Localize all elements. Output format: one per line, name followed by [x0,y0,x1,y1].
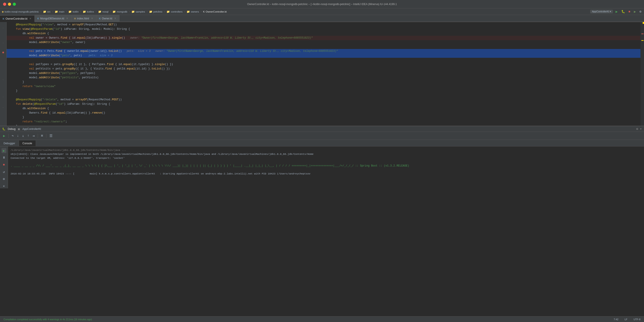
controllers-label: controllers [171,10,182,13]
debug-run-button[interactable]: 🐛 [620,9,626,14]
close-debug-side-btn[interactable]: ✕ [2,184,6,188]
tab-ownercontroller[interactable]: K OwnerController.kt ✕ [0,16,35,22]
run-config[interactable]: AppControllerKt ▾ [590,10,613,14]
kotlinx-folder-icon: 📁 [83,10,86,13]
close-tab3-icon[interactable]: ✕ [91,17,93,20]
code-line-10: val petTypes = pets.groupBy({ it }, { Pe… [6,62,640,66]
breadcrumb-sep-6: › [110,10,112,13]
step-over-button[interactable]: ↷ [11,133,15,139]
project-item-controllers[interactable]: 📁 controllers [166,10,182,13]
close-button[interactable] [3,3,6,6]
run-to-cursor-button[interactable]: ⇥ [32,133,36,139]
title-bar: OwnerController.kt – kotlin-nosql-mongod… [0,0,644,8]
code-line-3: db.withSession { [6,31,640,36]
rerun-debug-side-btn[interactable]: ↺ [2,170,6,174]
src-folder-icon: 📁 [43,10,46,13]
owners-label: owners [191,10,199,13]
run-button[interactable]: ▶ [615,9,619,14]
owners-folder-icon: 📁 [186,10,190,13]
traffic-lights [3,3,16,6]
line-ending-indicator[interactable]: LF [623,318,629,321]
project-item-kotlin[interactable]: 📁 kotlin [68,10,78,13]
tab-owner-kt[interactable]: K Owner.kt ✕ [96,15,120,22]
breadcrumb-sep-7: › [128,10,130,13]
stop-debug-side-btn[interactable]: ■ [2,162,6,167]
fold-icon-3[interactable]: – [1,78,6,82]
project-item-root[interactable]: ◆ kotlin-nosql-mongodb-petclinic [2,10,39,13]
code-editor[interactable]: @RequestMapping("/view", method = arrayO… [6,22,640,126]
code-line-16: } [6,89,640,93]
project-icon: ◆ [2,10,4,13]
code-line-13: model.addAttribute("petVisits", petVisit… [6,76,640,80]
code-line-21: Owners.find { id.equal(Id(idParam)) }.re… [6,111,640,115]
code-line-24: } [6,124,640,126]
breadcrumb-sep-9: › [164,10,166,13]
debug-settings-icon[interactable]: ⚙ ▾ [636,127,642,131]
code-line-17 [6,93,640,98]
breadcrumb-sep-4: › [80,10,82,13]
debug-config-name: AppControllerKt [22,128,41,130]
fullscreen-button[interactable] [13,3,16,6]
toolbar-sep-2 [38,134,38,138]
tab-label-index: index.html [77,17,89,20]
evaluate-expression-button[interactable]: ⌘ [40,133,44,139]
debugger-tab[interactable]: Debugger [0,140,19,146]
tab-index-html[interactable]: H index.html ✕ [72,15,96,22]
code-line-12: model.addAttribute("petTypes", petTypes) [6,71,640,76]
code-line-6 [6,44,640,49]
project-item-src[interactable]: 📁 src [43,10,50,13]
console-tab[interactable]: Console [19,140,36,146]
code-line-14: } [6,80,640,84]
status-message: Compilation completed successfully with … [2,318,93,321]
debug-icon: 🐛 [2,128,6,130]
project-item-kotlinx[interactable]: 📁 kotlinx [83,10,94,13]
settings-toolbar-icon[interactable]: ⚙ [639,9,642,14]
pause-debug-side-btn[interactable]: ⏸ [2,155,6,160]
settings-debug-side-btn[interactable]: ⚙ [2,176,6,181]
close-tab1-icon[interactable]: ✕ [29,17,31,20]
frames-list-icon[interactable]: ☰ [48,133,53,139]
project-item-nosql[interactable]: 📁 nosql [98,10,108,13]
project-item-owners[interactable]: 📁 owners [186,10,199,13]
project-item-mongodb[interactable]: 📁 mongodb [112,10,127,13]
tab-label-mongodbsession: MongoDBSession.kt [40,17,64,20]
mongodb-folder-icon: 📁 [112,10,116,13]
run-button-2[interactable]: ▶ [633,9,637,14]
play-debug-side-btn[interactable]: ▶ [2,148,6,153]
breadcrumb-sep-3: › [66,10,67,13]
window-title: OwnerController.kt – kotlin-nosql-mongod… [247,3,397,6]
encoding-indicator[interactable]: UTF-8 [632,318,642,321]
kt-icon-tab2: K [37,17,39,20]
breadcrumb-sep-11: › [200,10,202,13]
close-tab2-icon[interactable]: ✕ [66,17,68,20]
tab-mongodbsession[interactable]: K MongoDBSession.kt ✕ [35,15,72,22]
code-line-7: val pets = Pets.find { ownerId.equal(own… [6,49,640,53]
project-item-petclinic[interactable]: 📁 petclinic [149,10,162,13]
line-col-indicator[interactable]: 7:42 [612,318,620,321]
stop-button[interactable]: ■ [628,10,631,14]
fold-icon-1[interactable]: – [1,26,6,30]
force-step-into-button[interactable]: ⇓ [21,133,25,139]
fold-icon-4[interactable]: – [1,95,6,99]
kotlin-folder-icon: 📁 [68,10,72,13]
editor-minimap [640,22,644,126]
minimize-button[interactable] [8,3,11,6]
project-item-samples[interactable]: 📁 samples [132,10,145,13]
resume-button[interactable]: ▶ [2,133,6,139]
html-icon-tab3: H [74,17,76,20]
spring-boot-ascii-art: . ____ _ __ _ _ /\\ / ___'_ __ _ _(_)_ _… [10,164,641,168]
code-line-11: val petVisits = pets.groupBy({ it }, { V… [6,66,640,71]
project-item-main[interactable]: 📁 main [55,10,64,13]
nosql-label: nosql [102,10,108,13]
step-out-button[interactable]: ↑ [26,133,30,138]
kt-icon-tab4: K [99,17,101,20]
project-label: kotlin-nosql-mongodb-petclinic [5,10,39,13]
fold-icon-2[interactable]: – [1,41,6,46]
step-into-button[interactable]: ↓ [16,133,20,138]
tab-label-ownercontroller: OwnerController.kt [6,17,27,20]
breakpoint-icon[interactable]: ● [1,50,6,55]
project-item-file[interactable]: K OwnerController.kt [203,10,227,13]
code-line-8: model.addAttribute("pets", pets) pets: s… [6,53,640,58]
close-tab4-icon[interactable]: ✕ [114,17,116,20]
fold-icon-5[interactable]: – [1,106,6,110]
